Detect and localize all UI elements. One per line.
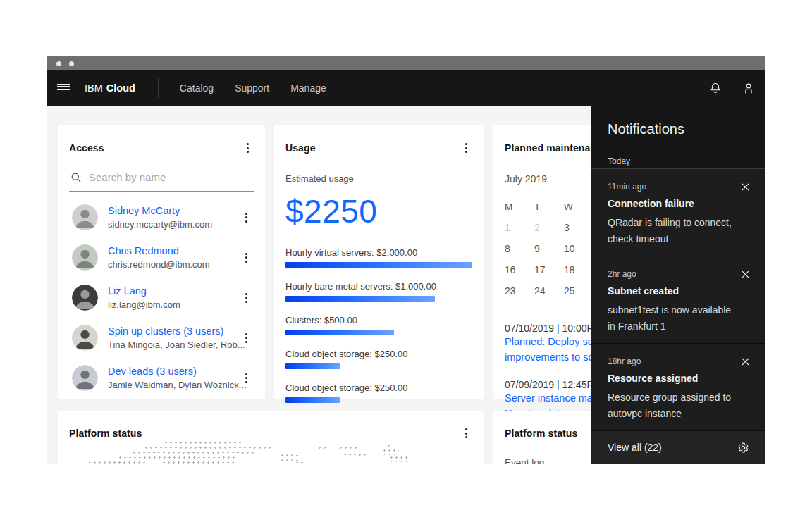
notification-item: 2hr ago Subnet created subnet1test is no… [591,256,765,344]
notifications-panel-footer: View all (22) [591,431,765,464]
access-overflow-menu[interactable] [241,142,254,154]
calendar-day-header: W [564,201,593,212]
nav-support[interactable]: Support [235,82,269,94]
ibm-cloud-window: IBM Cloud Catalog Support Manage [47,56,765,464]
calendar-day[interactable]: 1 [505,222,534,233]
access-card-title: Access [69,142,104,154]
gear-icon [737,442,749,454]
platform-status-overflow-menu[interactable] [460,428,472,439]
calendar-day-header: T [534,201,564,212]
notification-title: Resource assigned [608,373,748,384]
user-row: Chris Redmond chris.redmond@ibm.com [69,237,254,278]
usage-progress-bar [285,330,394,335]
brand-product: Cloud [106,82,135,94]
hamburger-icon [57,84,70,93]
notification-time: 18hr ago [608,356,748,366]
brand-company: IBM [85,82,103,94]
close-icon[interactable] [737,266,753,282]
user-overflow-menu[interactable] [240,292,252,304]
notifications-panel-title: Notifications [608,121,748,137]
notification-body: QRadar is failing to connect, check time… [608,215,732,247]
close-icon[interactable] [737,353,753,370]
usage-item-label: Cloud object storage: $250.00 [285,349,472,359]
group-name-link[interactable]: Spin up clusters (3 users) [108,325,230,337]
calendar-day[interactable]: 17 [534,264,564,275]
user-email: chris.redmond@ibm.com [108,259,230,270]
notifications-button[interactable] [699,70,732,106]
calendar-day[interactable]: 9 [534,243,564,254]
calendar-day[interactable]: 8 [505,243,534,254]
view-all-link[interactable]: View all (22) [608,442,662,453]
user-overflow-menu[interactable] [240,373,252,384]
notification-time: 11min ago [608,182,748,192]
ibm-cloud-header: IBM Cloud Catalog Support Manage [47,70,765,106]
user-email: sidney.mccarty@ibm.com [108,219,230,230]
user-overflow-menu[interactable] [240,252,252,263]
usage-subtitle: Estimated usage [285,173,472,184]
close-icon[interactable] [737,178,753,195]
dashboard-main: Access Sidney McCarty sidney.mccarty@ibm… [47,106,765,464]
header-nav: Catalog Support Manage [180,70,326,106]
usage-item-label: Cloud object storage: $250.00 [285,383,472,393]
avatar [72,204,98,230]
calendar-day[interactable]: 24 [534,285,564,297]
user-name-link[interactable]: Sidney McCarty [108,205,230,216]
group-members: Jamie Waldman, Dylan Woznick... [108,380,230,390]
notification-settings-button[interactable] [737,442,749,454]
notification-title: Connection failure [608,198,748,209]
avatar [72,325,98,351]
usage-progress-bar [285,363,340,369]
access-user-list: Sidney McCarty sidney.mccarty@ibm.com Ch… [69,197,254,398]
user-email: liz.lang@ibm.com [108,299,230,310]
calendar-day[interactable]: 10 [564,243,593,254]
event-log-card-title: Platform status [505,428,577,439]
usage-total: $2250 [285,192,472,230]
calendar-day[interactable]: 16 [505,264,534,275]
avatar [72,285,98,311]
bell-icon [708,81,722,95]
user-overflow-menu[interactable] [240,333,252,344]
brand-logo[interactable]: IBM Cloud [85,70,135,106]
notification-title: Subnet created [608,285,748,297]
calendar-day[interactable]: 23 [505,285,534,297]
usage-item-label: Hourly bare metal servers: $1,000.00 [285,281,472,292]
nav-manage[interactable]: Manage [290,82,326,94]
notification-time: 2hr ago [608,269,748,279]
user-row: Liz Lang liz.lang@ibm.com [69,278,254,318]
group-name-link[interactable]: Dev leads (3 users) [108,366,230,377]
calendar-day[interactable]: 25 [564,285,593,297]
usage-item: Hourly virtual servers: $2,000.00 [285,247,472,268]
browser-title-bar [47,56,765,70]
user-row: Dev leads (3 users) Jamie Waldman, Dylan… [69,358,254,398]
header-divider [158,78,159,98]
avatar [72,365,98,391]
nav-catalog[interactable]: Catalog [180,82,214,94]
usage-overflow-menu[interactable] [460,142,472,154]
usage-card-title: Usage [285,142,316,154]
calendar-day[interactable]: 3 [564,222,593,233]
screenshot-stage: IBM Cloud Catalog Support Manage [0,0,812,522]
usage-items: Hourly virtual servers: $2,000.00 Hourly… [285,247,472,403]
window-dot-1[interactable] [56,61,61,66]
user-overflow-menu[interactable] [240,212,252,223]
window-dot-2[interactable] [69,61,74,66]
notifications-panel-header: Notifications Today [591,106,765,169]
access-search [69,165,254,192]
menu-button[interactable] [47,70,80,106]
usage-card: Usage Estimated usage $2250 Hourly virtu… [274,125,484,399]
user-name-link[interactable]: Liz Lang [108,285,230,297]
user-name-link[interactable]: Chris Redmond [108,245,230,256]
search-input[interactable] [89,171,230,183]
usage-progress-bar [285,296,435,302]
usage-item: Cloud object storage: $250.00 [285,349,472,369]
calendar-day[interactable]: 18 [564,264,593,275]
calendar-day[interactable]: 2 [534,222,564,233]
notification-item: 18hr ago Resource assigned Resource grou… [591,344,765,431]
notification-body: Resource group assigned to autovpc insta… [608,390,732,422]
search-icon [70,172,82,183]
usage-item-label: Hourly virtual servers: $2,000.00 [285,247,472,258]
world-dot-map [58,440,484,464]
avatar [72,244,98,271]
profile-button[interactable] [732,70,765,106]
usage-item: Hourly bare metal servers: $1,000.00 [285,281,472,302]
